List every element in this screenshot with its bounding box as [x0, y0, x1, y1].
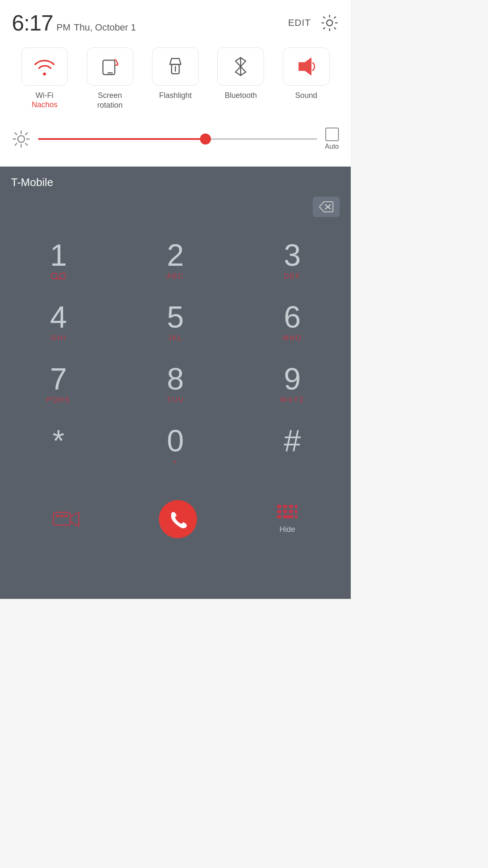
- svg-rect-21: [56, 515, 59, 517]
- tile-screen-rotation[interactable]: Screenrotation: [77, 47, 142, 111]
- svg-point-18: [60, 273, 66, 279]
- key-3-letters: DEF: [284, 272, 301, 281]
- call-button[interactable]: [159, 500, 197, 538]
- keypad-grid: 1 2 ABC 3 DEF 4 GHI 5 JKL: [0, 221, 351, 486]
- time-display: 6:17 PM Thu, October 1: [12, 10, 136, 36]
- svg-rect-24: [277, 505, 281, 508]
- notification-panel: 6:17 PM Thu, October 1 EDIT: [0, 0, 351, 167]
- bluetooth-icon-box: [217, 47, 264, 86]
- svg-rect-22: [60, 515, 64, 517]
- wifi-label-text: Wi-Fi: [32, 91, 58, 100]
- key-9[interactable]: 9 WXYZ: [234, 353, 351, 415]
- key-5[interactable]: 5 JKL: [117, 292, 234, 353]
- svg-line-13: [25, 133, 27, 134]
- screen-rotation-label: Screenrotation: [97, 91, 123, 111]
- sound-label: Sound: [295, 91, 317, 100]
- clock-time: 6:17: [12, 10, 53, 36]
- svg-line-14: [15, 143, 17, 145]
- key-2[interactable]: 2 ABC: [117, 230, 234, 292]
- key-hash[interactable]: #: [234, 415, 351, 477]
- key-0[interactable]: 0 +: [117, 415, 234, 477]
- svg-rect-29: [283, 510, 287, 513]
- flashlight-label: Flashlight: [159, 91, 191, 100]
- brightness-icon: [12, 130, 30, 148]
- svg-line-11: [15, 133, 17, 134]
- clock-ampm: PM: [56, 22, 70, 33]
- svg-rect-23: [64, 515, 68, 517]
- key-9-letters: WXYZ: [280, 396, 304, 405]
- bluetooth-label: Bluetooth: [225, 91, 257, 100]
- video-call-button[interactable]: [53, 509, 80, 529]
- svg-rect-33: [295, 515, 297, 518]
- key-4[interactable]: 4 GHI: [0, 292, 117, 353]
- edit-button[interactable]: EDIT: [288, 17, 311, 28]
- settings-icon[interactable]: [320, 14, 339, 32]
- date-text: Thu, October 1: [74, 22, 136, 33]
- svg-point-17: [51, 273, 57, 279]
- flashlight-icon-box: [152, 47, 199, 86]
- sound-icon-box: [283, 47, 330, 86]
- auto-checkbox[interactable]: [325, 128, 339, 141]
- wifi-sublabel: Nachos: [32, 100, 58, 109]
- hide-label: Hide: [280, 525, 295, 534]
- svg-rect-30: [289, 510, 293, 513]
- status-actions: EDIT: [288, 14, 339, 32]
- svg-rect-27: [295, 505, 297, 508]
- key-1[interactable]: 1: [0, 230, 117, 292]
- wifi-icon-box: [21, 47, 68, 86]
- svg-point-6: [18, 136, 25, 142]
- auto-label: Auto: [325, 143, 339, 150]
- brightness-thumb[interactable]: [200, 134, 211, 145]
- key-7[interactable]: 7 PQRS: [0, 353, 117, 415]
- svg-rect-31: [295, 510, 297, 513]
- quick-tiles: Wi-Fi Nachos Screenrotation: [12, 47, 339, 111]
- carrier-name: T-Mobile: [0, 167, 351, 197]
- dialer-bottom-bar: Hide: [0, 490, 351, 551]
- hide-keyboard-button[interactable]: Hide: [276, 504, 298, 534]
- key-3[interactable]: 3 DEF: [234, 230, 351, 292]
- svg-rect-26: [289, 505, 293, 508]
- tile-bluetooth[interactable]: Bluetooth: [208, 47, 273, 111]
- key-star[interactable]: *: [0, 415, 117, 477]
- key-6-letters: MNO: [283, 334, 302, 343]
- tile-flashlight[interactable]: Flashlight: [143, 47, 208, 111]
- svg-marker-2: [170, 58, 181, 64]
- key-8[interactable]: 8 TUV: [117, 353, 234, 415]
- svg-rect-25: [283, 505, 287, 508]
- svg-rect-32: [277, 515, 281, 518]
- status-bar: 6:17 PM Thu, October 1 EDIT: [12, 10, 339, 36]
- key-4-letters: GHI: [51, 334, 66, 343]
- key-2-letters: ABC: [167, 272, 184, 281]
- brightness-slider[interactable]: [38, 138, 317, 140]
- dialer-input-row: [0, 197, 351, 221]
- key-7-letters: PQRS: [47, 396, 70, 405]
- tile-wifi[interactable]: Wi-Fi Nachos: [12, 47, 77, 111]
- svg-rect-28: [277, 510, 281, 513]
- wifi-label: Wi-Fi Nachos: [32, 91, 58, 109]
- svg-marker-5: [299, 58, 311, 75]
- screen-rotation-icon-box: [87, 47, 133, 86]
- brightness-row: Auto: [12, 122, 339, 158]
- svg-point-0: [327, 20, 333, 26]
- key-5-letters: JKL: [168, 334, 183, 343]
- auto-brightness-button[interactable]: Auto: [325, 128, 339, 150]
- key-8-letters: TUV: [167, 396, 184, 405]
- svg-rect-20: [53, 512, 70, 525]
- svg-rect-34: [283, 515, 293, 518]
- backspace-button[interactable]: [313, 197, 340, 217]
- key-0-letters: +: [173, 458, 178, 467]
- call-button-circle[interactable]: [159, 500, 197, 538]
- svg-line-12: [25, 143, 27, 145]
- tile-sound[interactable]: Sound: [274, 47, 339, 111]
- brightness-fill: [38, 138, 205, 140]
- key-6[interactable]: 6 MNO: [234, 292, 351, 353]
- dialer-section: T-Mobile 1 2 ABC: [0, 167, 351, 599]
